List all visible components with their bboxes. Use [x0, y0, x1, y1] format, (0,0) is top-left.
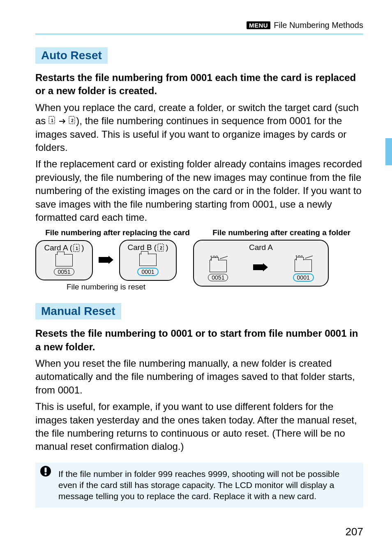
manual-reset-heading: Manual Reset — [35, 303, 121, 319]
arrow-icon — [59, 115, 66, 126]
manual-reset-para1: When you reset the file numbering manual… — [35, 357, 363, 397]
svg-rect-9 — [45, 467, 47, 472]
tab-line — [220, 256, 228, 259]
arrow-icon — [98, 254, 114, 267]
folder-icon-block: 0051 — [40, 254, 88, 275]
folder-icon — [210, 260, 227, 272]
note-box: If the file number in folder 999 reaches… — [35, 463, 363, 508]
folder-icon — [139, 254, 157, 266]
diagram-title-left: File numbering after replacing the card — [35, 228, 200, 237]
svg-text:2: 2 — [71, 118, 74, 123]
reset-caption-text: File numbering is reset — [67, 282, 145, 291]
auto-reset-para1-b: ), the file numbering continues in seque… — [35, 115, 346, 153]
svg-text:2: 2 — [160, 246, 162, 250]
diagram-title-right: File numbering after creating a folder — [200, 228, 363, 237]
auto-reset-heading: Auto Reset — [35, 47, 108, 64]
tab-line — [305, 256, 313, 259]
header-rule — [35, 33, 363, 35]
folder-icon — [55, 254, 73, 266]
card-b-label: Card B ( — [127, 243, 157, 252]
file-number-reset: 0001 — [137, 268, 158, 276]
side-tab-marker — [385, 138, 392, 165]
file-number-reset: 0001 — [293, 273, 314, 282]
menu-badge: MENU — [247, 21, 270, 29]
file-number: 0051 — [208, 274, 228, 281]
card1-icon: 1 — [73, 244, 81, 252]
card-b: Card B (2) 0001 — [119, 240, 177, 281]
card-a: Card A (1) 0051 — [35, 240, 93, 280]
card-a-label: Card A ( — [44, 243, 73, 252]
arrow-icon — [252, 261, 269, 274]
svg-text:1: 1 — [76, 246, 78, 251]
card-a-wide: Card A 100 0051 — [193, 240, 329, 287]
folder-101-block: 101 0001 — [293, 254, 314, 282]
card1-icon: 1 — [48, 116, 56, 124]
diagram-right: Card A 100 0051 — [193, 240, 329, 292]
page-header: MENU File Numbering Methods — [35, 21, 363, 30]
card-b-label-close: ) — [166, 243, 168, 252]
manual-reset-intro: Resets the file numbering to 0001 or to … — [35, 327, 363, 354]
folder-100-block: 100 0051 — [208, 254, 228, 281]
diagram-left: Card A (1) 0051 Card B (2) — [35, 240, 177, 292]
reset-caption: File numbering is reset — [67, 282, 145, 292]
auto-reset-para2: If the replacement card or existing fold… — [35, 157, 363, 224]
card-a-label-close: ) — [81, 243, 84, 252]
auto-reset-para1: When you replace the card, create a fold… — [35, 101, 363, 155]
svg-text:1: 1 — [51, 118, 53, 123]
note-text: If the file number in folder 999 reaches… — [58, 469, 339, 501]
manual-reset-para2: This is useful, for example, if you want… — [35, 400, 363, 454]
folder-icon-block: 0001 — [124, 254, 172, 276]
card2-icon: 2 — [157, 243, 165, 252]
card-a2-label: Card A — [198, 243, 324, 252]
file-number: 0051 — [54, 268, 74, 275]
card2-icon: 2 — [69, 116, 76, 124]
warning-icon — [39, 465, 52, 477]
auto-reset-intro: Restarts the file numbering from 0001 ea… — [35, 71, 363, 98]
svg-point-10 — [44, 473, 46, 475]
folder-icon — [295, 259, 312, 272]
header-title: File Numbering Methods — [274, 21, 363, 30]
page-number: 207 — [346, 525, 363, 538]
